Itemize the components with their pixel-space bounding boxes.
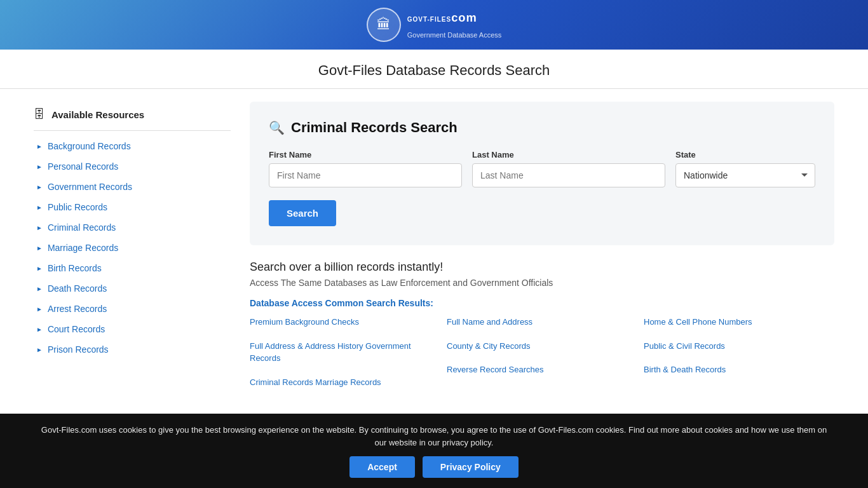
chevron-icon: ►	[36, 163, 43, 170]
result-link[interactable]: Full Name and Address	[447, 317, 532, 327]
result-link[interactable]: Public & Civil Records	[644, 341, 725, 351]
first-name-label: First Name	[269, 150, 462, 159]
result-link[interactable]: Reverse Record Searches	[447, 365, 543, 374]
result-link[interactable]: Home & Cell Phone Numbers	[644, 317, 752, 327]
sidebar-item-label: Court Records	[48, 324, 105, 334]
results-section: Search over a billion records instantly!…	[250, 261, 834, 388]
chevron-icon: ►	[36, 346, 43, 353]
last-name-group: Last Name	[472, 150, 665, 187]
result-link[interactable]: Premium Background Checks	[250, 317, 359, 327]
search-card-title: 🔍 Criminal Records Search	[269, 119, 815, 136]
sidebar-item-government-records[interactable]: ► Government Records	[34, 177, 231, 197]
sidebar-item-label: Birth Records	[48, 263, 102, 273]
sidebar-item-label: Marriage Records	[48, 243, 118, 253]
sidebar-item-court-records[interactable]: ► Court Records	[34, 319, 231, 339]
logo[interactable]: 🏛 GOVT-FILEScom Government Database Acce…	[367, 8, 502, 42]
sidebar-item-public-records[interactable]: ► Public Records	[34, 197, 231, 217]
logo-icon: 🏛	[367, 8, 401, 42]
first-name-input[interactable]	[269, 163, 462, 187]
search-card: 🔍 Criminal Records Search First Name Las…	[250, 102, 834, 245]
chevron-icon: ►	[36, 184, 43, 191]
chevron-icon: ►	[36, 306, 43, 313]
sidebar-item-label: Personal Records	[48, 161, 118, 172]
state-select[interactable]: Nationwide Alabama Alaska Arizona Arkans…	[675, 163, 815, 187]
sidebar-nav: ► Background Records ► Personal Records …	[34, 136, 231, 360]
sidebar-item-label: Background Records	[48, 141, 131, 151]
search-button[interactable]: Search	[269, 200, 336, 226]
chevron-icon: ►	[36, 245, 43, 252]
sidebar: 🗄 Available Resources ► Background Recor…	[34, 102, 231, 388]
sidebar-item-label: Criminal Records	[48, 222, 116, 233]
results-col-0: Premium Background Checks Full Address &…	[250, 316, 440, 388]
sidebar-item-background-records[interactable]: ► Background Records	[34, 136, 231, 156]
site-header: 🏛 GOVT-FILEScom Government Database Acce…	[0, 0, 868, 50]
chevron-icon: ►	[36, 143, 43, 150]
result-link[interactable]: Birth & Death Records	[644, 365, 726, 374]
database-icon: 🗄	[34, 108, 45, 121]
sidebar-item-label: Arrest Records	[48, 304, 107, 314]
main-content: 🔍 Criminal Records Search First Name Las…	[250, 102, 834, 388]
sidebar-item-marriage-records[interactable]: ► Marriage Records	[34, 238, 231, 258]
sidebar-item-personal-records[interactable]: ► Personal Records	[34, 156, 231, 177]
logo-text: GOVT-FILEScom Government Database Access	[407, 11, 502, 38]
chevron-icon: ►	[36, 224, 43, 231]
result-link[interactable]: Full Address & Address History Governmen…	[250, 341, 411, 363]
sidebar-item-label: Death Records	[48, 283, 107, 294]
state-label: State	[675, 150, 815, 159]
sidebar-header: 🗄 Available Resources	[34, 102, 231, 131]
sidebar-item-arrest-records[interactable]: ► Arrest Records	[34, 299, 231, 319]
results-grid: Premium Background Checks Full Address &…	[250, 316, 834, 388]
sidebar-item-birth-records[interactable]: ► Birth Records	[34, 258, 231, 278]
sidebar-item-label: Prison Records	[48, 344, 109, 355]
logo-title: GOVT-FILEScom	[407, 11, 502, 30]
page-title: Govt-Files Database Records Search	[0, 62, 868, 79]
chevron-icon: ►	[36, 204, 43, 211]
page-title-bar: Govt-Files Database Records Search	[0, 50, 868, 89]
main-layout: 🗄 Available Resources ► Background Recor…	[15, 89, 853, 401]
sidebar-item-death-records[interactable]: ► Death Records	[34, 278, 231, 299]
results-col-2: Home & Cell Phone Numbers Public & Civil…	[644, 316, 834, 388]
last-name-input[interactable]	[472, 163, 665, 187]
results-tagline: Search over a billion records instantly!	[250, 261, 834, 274]
sidebar-item-label: Public Records	[48, 202, 107, 212]
chevron-icon: ►	[36, 326, 43, 333]
results-subtitle: Access The Same Databases as Law Enforce…	[250, 278, 834, 288]
db-access-title: Database Access Common Search Results:	[250, 298, 834, 308]
state-group: State Nationwide Alabama Alaska Arizona …	[675, 150, 815, 187]
sidebar-item-criminal-records[interactable]: ► Criminal Records	[34, 217, 231, 238]
first-name-group: First Name	[269, 150, 462, 187]
sidebar-item-prison-records[interactable]: ► Prison Records	[34, 339, 231, 360]
results-col-1: Full Name and Address County & City Reco…	[447, 316, 637, 388]
logo-subtitle: Government Database Access	[407, 31, 502, 39]
chevron-icon: ►	[36, 285, 43, 292]
result-link[interactable]: County & City Records	[447, 341, 531, 351]
result-link[interactable]: Criminal Records Marriage Records	[250, 377, 381, 387]
search-fields: First Name Last Name State Nationwide Al…	[269, 150, 815, 187]
sidebar-header-label: Available Resources	[51, 109, 144, 120]
chevron-icon: ►	[36, 265, 43, 272]
search-icon: 🔍	[269, 120, 285, 135]
sidebar-item-label: Government Records	[48, 182, 132, 192]
last-name-label: Last Name	[472, 150, 665, 159]
